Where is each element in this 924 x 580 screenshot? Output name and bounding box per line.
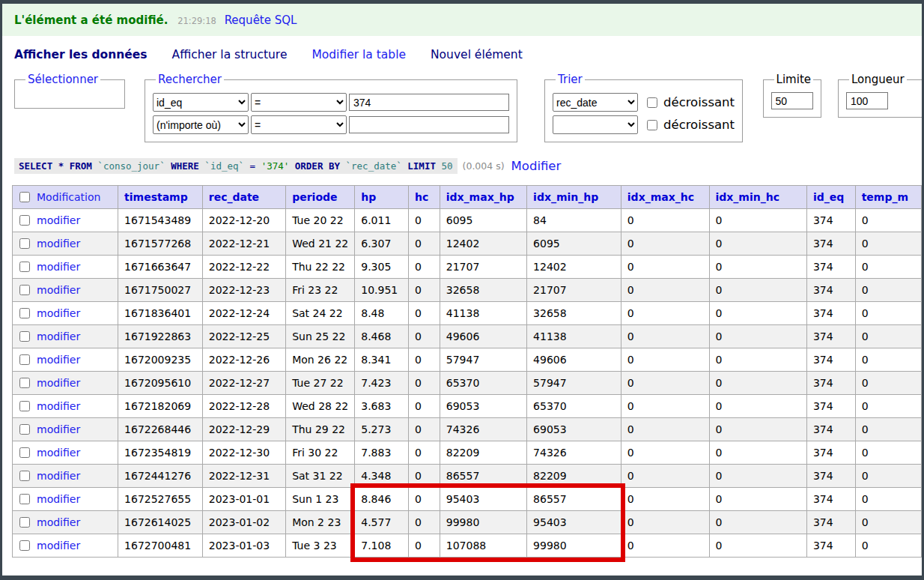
row-edit-link[interactable]: modifier [37, 238, 80, 250]
cell-rec_date: 2022-12-22 [202, 256, 285, 279]
search-operator-select[interactable]: = [251, 115, 347, 134]
row-checkbox[interactable] [19, 540, 30, 551]
sql-query-link[interactable]: Requête SQL [225, 13, 297, 27]
row-edit-link[interactable]: modifier [37, 516, 80, 528]
row-edit-link[interactable]: modifier [37, 307, 80, 319]
sort-link-id_eq[interactable]: id_eq [813, 191, 844, 203]
cell-hp: 4.348 [355, 465, 409, 488]
search-column-select[interactable]: id_eq [153, 93, 249, 112]
cell-hp: 6.011 [355, 209, 409, 232]
row-edit-link[interactable]: modifier [37, 470, 80, 482]
search-value-input[interactable] [349, 116, 509, 133]
cell-idx_min_hc: 0 [709, 256, 806, 279]
sql-segment-num: 50 [441, 160, 452, 172]
row-edit-link[interactable]: modifier [37, 284, 80, 296]
sort-link-rec_date[interactable]: rec_date [209, 191, 259, 203]
sort-link-idx_min_hc[interactable]: idx_min_hc [716, 191, 779, 203]
cell-periode: Tue 27 22 [286, 372, 355, 395]
search-column-select[interactable]: (n'importe où) [153, 115, 249, 134]
row-checkbox[interactable] [19, 378, 30, 388]
table-row: modifier16720956102022-12-27Tue 27 227.4… [13, 372, 922, 395]
row-checkbox[interactable] [19, 285, 30, 295]
cell-idx_max_hc: 0 [621, 232, 709, 256]
sort-link-hp[interactable]: hp [361, 191, 376, 203]
row-checkbox[interactable] [19, 424, 30, 435]
sort-link-hc[interactable]: hc [415, 191, 428, 203]
cell-idx_min_hc: 0 [709, 465, 806, 488]
cell-timestamp: 1671836401 [118, 302, 203, 325]
row-edit-link[interactable]: modifier [37, 261, 80, 273]
row-edit-link[interactable]: modifier [37, 354, 80, 366]
limit-input[interactable] [771, 92, 813, 109]
sort-link-periode[interactable]: periode [292, 191, 337, 203]
row-edit-link[interactable]: modifier [37, 214, 80, 226]
cell-idx_max_hc: 0 [621, 348, 709, 372]
sort-desc-checkbox[interactable] [647, 97, 657, 108]
row-checkbox[interactable] [19, 494, 30, 504]
row-edit-link[interactable]: modifier [37, 400, 80, 412]
header-rec_date: rec_date [202, 186, 285, 209]
cell-temp_m: 0 [855, 348, 921, 372]
cell-idx_max_hp: 65370 [440, 372, 526, 395]
row-checkbox[interactable] [19, 401, 30, 411]
nav-link-3[interactable]: Nouvel élément [431, 48, 523, 61]
cell-idx_min_hc: 0 [709, 511, 806, 534]
search-operator-select[interactable]: = [251, 93, 347, 112]
cell-hc: 0 [409, 511, 440, 534]
row-edit-link[interactable]: modifier [37, 330, 80, 342]
row-checkbox[interactable] [19, 471, 30, 481]
cell-idx_max_hp: 6095 [440, 209, 526, 232]
sort-legend-link[interactable]: Trier [558, 73, 583, 86]
sort-link-temp_m[interactable]: temp_m [862, 191, 908, 203]
row-edit-link[interactable]: modifier [37, 540, 80, 552]
sort-desc-checkbox[interactable] [647, 120, 657, 130]
sort-link-idx_min_hp[interactable]: idx_min_hp [533, 191, 598, 203]
cell-periode: Thu 22 22 [286, 256, 355, 279]
sort-column-select[interactable]: rec_date [553, 93, 638, 112]
cell-idx_min_hp: 49606 [527, 348, 621, 372]
sort-link-idx_max_hc[interactable]: idx_max_hc [627, 191, 694, 203]
row-edit-link[interactable]: modifier [37, 493, 80, 505]
sort-link-idx_max_hp[interactable]: idx_max_hp [446, 191, 514, 203]
cell-hp: 7.423 [355, 372, 409, 395]
cell-idx_max_hc: 0 [621, 209, 709, 232]
search-legend-link[interactable]: Rechercher [158, 73, 222, 86]
row-checkbox[interactable] [19, 215, 30, 226]
row-edit-link[interactable]: modifier [37, 423, 80, 435]
row-checkbox[interactable] [19, 447, 30, 458]
modification-header-link[interactable]: Modification [37, 191, 100, 203]
header-idx_min_hc: idx_min_hc [709, 186, 806, 209]
sort-row: décroissant [553, 115, 735, 134]
select-legend-link[interactable]: Sélectionner [28, 73, 98, 86]
row-actions-cell: modifier [13, 279, 118, 302]
table-header-row: Modificationtimestamprec_dateperiodehphc… [13, 186, 922, 209]
search-value-input[interactable] [349, 94, 509, 111]
sort-column-select[interactable] [553, 115, 638, 134]
row-edit-link[interactable]: modifier [37, 377, 80, 389]
cell-timestamp: 1671750027 [118, 279, 203, 302]
cell-rec_date: 2023-01-01 [202, 488, 285, 511]
row-edit-link[interactable]: modifier [37, 447, 80, 459]
table-row: modifier16716636472022-12-22Thu 22 229.3… [13, 256, 922, 279]
row-checkbox[interactable] [19, 262, 30, 272]
row-checkbox[interactable] [19, 517, 30, 528]
sql-segment-kw: ORDER BY [289, 160, 345, 172]
cell-idx_max_hc: 0 [621, 418, 709, 441]
select-all-checkbox[interactable] [19, 192, 30, 202]
cell-periode: Tue 20 22 [286, 209, 355, 232]
nav-link-0[interactable]: Afficher les données [14, 48, 148, 61]
cell-periode: Tue 3 23 [286, 534, 355, 558]
table-row: modifier16718364012022-12-24Sat 24 228.4… [13, 302, 922, 325]
row-checkbox[interactable] [19, 308, 30, 318]
cell-idx_min_hp: 41138 [527, 325, 621, 348]
sort-link-timestamp[interactable]: timestamp [124, 191, 188, 203]
row-checkbox[interactable] [19, 238, 30, 249]
query-edit-link[interactable]: Modifier [511, 159, 562, 173]
cell-idx_min_hc: 0 [709, 232, 806, 256]
nav-link-2[interactable]: Modifier la table [311, 48, 406, 61]
cell-idx_min_hp: 69053 [527, 418, 621, 441]
length-input[interactable] [846, 92, 888, 109]
nav-link-1[interactable]: Afficher la structure [172, 48, 288, 61]
row-checkbox[interactable] [19, 331, 30, 342]
row-checkbox[interactable] [19, 354, 30, 365]
